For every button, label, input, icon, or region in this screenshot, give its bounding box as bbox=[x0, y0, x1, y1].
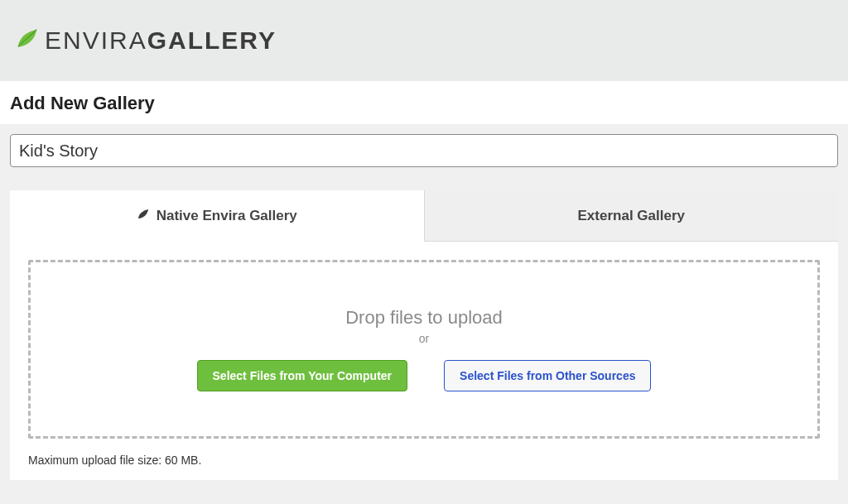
dropzone-button-row: Select Files from Your Computer Select F… bbox=[197, 360, 652, 391]
dropzone-or: or bbox=[419, 332, 429, 345]
tab-native-label: Native Envira Gallery bbox=[157, 208, 297, 224]
logo-text-bold: GALLERY bbox=[147, 26, 277, 54]
header-banner: ENVIRAGALLERY bbox=[0, 0, 848, 81]
logo: ENVIRAGALLERY bbox=[15, 26, 277, 55]
tabs-container: Native Envira Gallery External Gallery D… bbox=[10, 190, 838, 480]
gallery-title-input[interactable] bbox=[10, 134, 838, 167]
tab-panel-native: Drop files to upload or Select Files fro… bbox=[10, 242, 838, 480]
logo-text-light: ENVIRA bbox=[45, 26, 147, 54]
page-title-bar: Add New Gallery bbox=[0, 81, 848, 124]
leaf-icon bbox=[15, 26, 40, 55]
content-area: Native Envira Gallery External Gallery D… bbox=[0, 124, 848, 490]
select-files-other-sources-button[interactable]: Select Files from Other Sources bbox=[444, 360, 651, 391]
logo-text: ENVIRAGALLERY bbox=[45, 26, 277, 55]
tab-external-gallery[interactable]: External Gallery bbox=[424, 190, 839, 242]
tab-native-envira[interactable]: Native Envira Gallery bbox=[10, 190, 424, 242]
dropzone-heading: Drop files to upload bbox=[345, 307, 503, 329]
tab-row: Native Envira Gallery External Gallery bbox=[10, 190, 838, 242]
leaf-icon bbox=[137, 208, 150, 225]
page-title: Add New Gallery bbox=[10, 93, 838, 114]
upload-dropzone[interactable]: Drop files to upload or Select Files fro… bbox=[28, 260, 820, 439]
upload-size-note: Maximum upload file size: 60 MB. bbox=[28, 454, 820, 467]
select-files-computer-button[interactable]: Select Files from Your Computer bbox=[197, 360, 408, 391]
tab-external-label: External Gallery bbox=[578, 208, 685, 224]
